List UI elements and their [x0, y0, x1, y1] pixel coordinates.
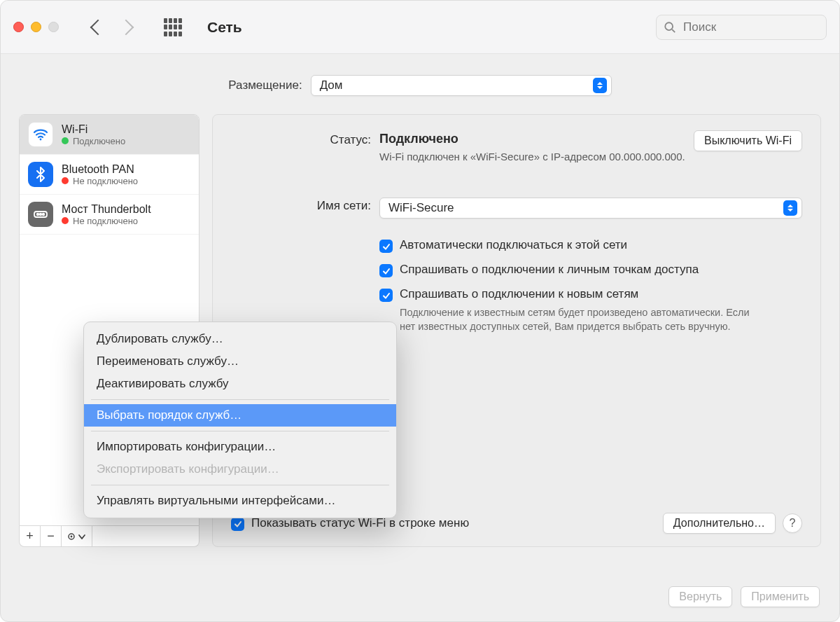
status-sub: Wi-Fi подключен к «WiFi-Secure» с IP-адр… [379, 151, 802, 163]
advanced-button[interactable]: Дополнительно… [663, 513, 776, 534]
svg-point-6 [43, 214, 45, 216]
checkbox-checked-icon [379, 264, 393, 277]
checkbox-label: Автоматически подключаться к этой сети [400, 238, 627, 252]
wifi-icon [28, 122, 53, 147]
svg-point-8 [70, 535, 72, 537]
turn-off-wifi-button[interactable]: Выключить Wi-Fi [694, 130, 802, 151]
help-button[interactable]: ? [783, 513, 802, 533]
network-name-value: WiFi-Secure [388, 201, 454, 215]
svg-point-4 [37, 214, 39, 216]
checkbox-label: Спрашивать о подключении к личным точкам… [400, 263, 699, 277]
dropdown-stepper-icon [783, 200, 797, 216]
location-select[interactable]: Дом [311, 75, 612, 96]
revert-button[interactable]: Вернуть [668, 586, 732, 607]
menu-item-duplicate-service[interactable]: Дублировать службу… [84, 328, 396, 350]
zoom-window-icon [48, 22, 59, 32]
menu-item-deactivate-service[interactable]: Деактивировать службу [84, 373, 396, 395]
location-label: Размещение: [228, 78, 302, 92]
dropdown-stepper-icon [593, 78, 607, 93]
service-item-wifi[interactable]: Wi-Fi Подключено [20, 115, 199, 155]
menu-item-set-service-order[interactable]: Выбрать порядок служб… [84, 404, 396, 427]
remove-service-button[interactable]: − [41, 526, 62, 546]
search-field[interactable] [656, 15, 827, 40]
bluetooth-icon [28, 162, 53, 187]
network-name-label: Имя сети: [231, 198, 371, 213]
back-icon[interactable] [90, 19, 106, 35]
traffic-lights [13, 22, 59, 32]
service-actions-menu-button[interactable] [62, 526, 92, 546]
menu-item-rename-service[interactable]: Переименовать службу… [84, 350, 396, 373]
checkbox-ask-hotspot[interactable]: Спрашивать о подключении к личным точкам… [379, 263, 802, 277]
list-actions: + − [19, 526, 200, 547]
menu-item-import-config[interactable]: Импортировать конфигурации… [84, 436, 396, 458]
forward-icon [118, 19, 134, 35]
network-name-select[interactable]: WiFi-Secure [379, 198, 802, 219]
service-name: Bluetooth PAN [62, 163, 138, 176]
status-dot-icon [62, 177, 69, 184]
page-title: Сеть [207, 19, 242, 36]
menu-separator [91, 399, 389, 400]
checkbox-sublabel: Подключение к известным сетям будет прои… [400, 305, 764, 334]
show-status-label: Показывать статус Wi-Fi в строке меню [251, 516, 469, 530]
toolbar: Сеть [1, 1, 839, 54]
service-status: Не подключено [73, 176, 138, 186]
search-icon [664, 21, 676, 34]
menu-item-manage-virtual-interfaces[interactable]: Управлять виртуальными интерфейсами… [84, 490, 396, 512]
checkbox-checked-icon [379, 289, 393, 302]
minimize-window-icon[interactable] [31, 22, 41, 32]
location-value: Дом [320, 78, 343, 92]
nav-arrows [92, 22, 132, 33]
add-service-button[interactable]: + [20, 526, 41, 546]
service-name: Wi-Fi [62, 123, 125, 136]
status-label: Статус: [231, 132, 371, 147]
service-item-thunderbolt[interactable]: Мост Thunderbolt Не подключено [20, 195, 199, 235]
service-status: Подключено [73, 136, 125, 146]
location-row: Размещение: Дом [1, 54, 839, 114]
search-input[interactable] [682, 20, 819, 35]
close-window-icon[interactable] [13, 22, 24, 32]
apply-button[interactable]: Применить [741, 586, 820, 607]
thunderbolt-bridge-icon [28, 202, 53, 227]
checkbox-label: Спрашивать о подключении к новым сетям [400, 287, 764, 301]
svg-point-0 [665, 22, 673, 30]
service-name: Мост Thunderbolt [62, 203, 151, 216]
checkbox-checked-icon [379, 240, 393, 253]
status-dot-icon [62, 137, 69, 144]
svg-line-1 [672, 29, 675, 32]
network-preferences-window: Сеть Размещение: Дом [0, 0, 840, 622]
network-name-row: Имя сети: WiFi-Secure [231, 198, 802, 219]
service-item-bluetooth[interactable]: Bluetooth PAN Не подключено [20, 155, 199, 195]
show-all-icon[interactable] [164, 18, 182, 36]
service-actions-context-menu: Дублировать службу… Переименовать службу… [83, 322, 397, 518]
menu-separator [91, 431, 389, 431]
checkbox-auto-join[interactable]: Автоматически подключаться к этой сети [379, 238, 802, 253]
service-status: Не подключено [73, 216, 138, 226]
gear-dropdown-icon [68, 532, 86, 541]
status-dot-icon [62, 217, 69, 224]
svg-point-2 [40, 139, 42, 141]
menu-separator [91, 485, 389, 485]
footer-buttons: Вернуть Применить [668, 586, 820, 607]
checkbox-show-status-menu[interactable] [231, 518, 244, 531]
menu-item-export-config: Экспортировать конфигурации… [84, 458, 396, 481]
svg-point-5 [40, 214, 42, 216]
checkbox-ask-new-networks[interactable]: Спрашивать о подключении к новым сетям П… [379, 287, 802, 334]
